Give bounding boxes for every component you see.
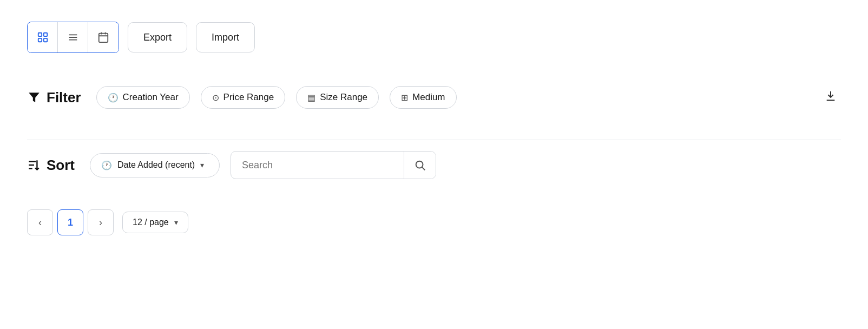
- sort-clock-icon: 🕐: [101, 160, 112, 170]
- filter-chip-medium[interactable]: ⊞ Medium: [390, 86, 456, 109]
- import-button[interactable]: Import: [196, 22, 255, 52]
- size-range-icon: ▤: [307, 93, 315, 103]
- current-page-button[interactable]: 1: [57, 209, 83, 235]
- svg-rect-3: [43, 38, 47, 42]
- filter-section-label: Filter: [27, 89, 81, 106]
- creation-year-label: Creation Year: [123, 92, 179, 103]
- filter-row: Filter 🕐 Creation Year ⊙ Price Range ▤ S…: [27, 75, 841, 120]
- search-icon: [414, 159, 426, 171]
- svg-rect-7: [99, 34, 108, 42]
- next-icon: ›: [99, 217, 102, 228]
- filter-chip-price-range[interactable]: ⊙ Price Range: [201, 86, 286, 109]
- sort-chevron-icon: ▾: [200, 161, 204, 169]
- calendar-view-button[interactable]: [88, 22, 119, 52]
- price-range-label: Price Range: [223, 92, 274, 103]
- filter-chip-creation-year[interactable]: 🕐 Creation Year: [96, 86, 190, 109]
- sort-dropdown[interactable]: 🕐 Date Added (recent) ▾: [90, 153, 220, 177]
- divider: [27, 140, 841, 140]
- medium-label: Medium: [412, 92, 445, 103]
- grid-icon: [37, 31, 49, 43]
- prev-page-button[interactable]: ‹: [27, 209, 53, 235]
- pagination-row: ‹ 1 › 12 / page ▾: [27, 204, 841, 241]
- list-icon: [67, 31, 79, 43]
- svg-rect-0: [38, 33, 41, 36]
- sort-section-label: Sort: [27, 157, 75, 174]
- grid-view-button[interactable]: [28, 22, 58, 52]
- next-page-button[interactable]: ›: [88, 209, 114, 235]
- search-bar: [231, 151, 436, 179]
- search-input[interactable]: [231, 152, 404, 179]
- size-range-label: Size Range: [320, 92, 367, 103]
- svg-line-17: [422, 167, 425, 170]
- page-size-label: 12 / page: [133, 218, 169, 227]
- view-toggle-group: [27, 22, 119, 53]
- filter-label-text: Filter: [47, 89, 81, 106]
- prev-icon: ‹: [38, 217, 42, 228]
- sort-label-text: Sort: [47, 157, 75, 174]
- export-button[interactable]: Export: [128, 22, 187, 52]
- filter-icon: [27, 90, 41, 104]
- toolbar-row: Export Import: [27, 22, 841, 53]
- search-button[interactable]: [404, 152, 436, 179]
- download-icon: [825, 90, 837, 102]
- page-size-dropdown[interactable]: 12 / page ▾: [122, 212, 188, 233]
- svg-rect-1: [43, 33, 47, 36]
- creation-year-icon: 🕐: [108, 93, 119, 103]
- price-range-icon: ⊙: [212, 93, 219, 103]
- svg-point-16: [416, 161, 423, 168]
- page-size-chevron-icon: ▾: [174, 218, 178, 227]
- medium-icon: ⊞: [401, 93, 408, 103]
- sort-selected-label: Date Added (recent): [117, 160, 195, 170]
- calendar-icon: [97, 31, 109, 43]
- svg-rect-2: [38, 38, 41, 42]
- sort-az-icon: [27, 158, 41, 172]
- filter-chip-size-range[interactable]: ▤ Size Range: [296, 86, 379, 109]
- list-view-button[interactable]: [58, 22, 88, 52]
- sort-row: Sort 🕐 Date Added (recent) ▾: [27, 146, 841, 185]
- download-button[interactable]: [820, 85, 841, 109]
- current-page-label: 1: [68, 217, 73, 228]
